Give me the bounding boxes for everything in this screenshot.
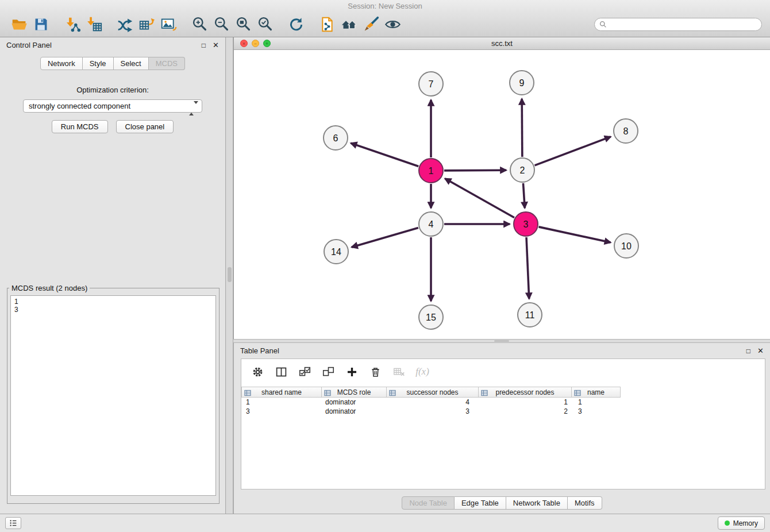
table-row[interactable]: 3 dominator 3 2 3 xyxy=(241,407,765,416)
column-header-predecessor-nodes[interactable]: predecessor nodes xyxy=(479,387,572,398)
graph-edge-3-11[interactable] xyxy=(526,237,529,299)
table-row[interactable]: 1 dominator 4 1 1 xyxy=(241,398,765,407)
splitter-grip[interactable] xyxy=(494,340,509,342)
export-image-button[interactable] xyxy=(157,14,179,34)
tab-mcds[interactable]: MCDS xyxy=(149,57,185,70)
column-header-mcds-role[interactable]: MCDS role xyxy=(322,387,387,398)
cell-name: 3 xyxy=(572,407,621,415)
add-column-button[interactable] xyxy=(345,365,359,379)
import-table-button[interactable] xyxy=(83,14,105,34)
float-panel-icon[interactable]: □ xyxy=(746,348,750,354)
zoom-selected-button[interactable] xyxy=(254,14,276,34)
toolbar-search[interactable] xyxy=(594,18,762,31)
trash-icon xyxy=(369,366,382,378)
function-builder-button[interactable]: f(x) xyxy=(415,365,429,379)
window-close-icon[interactable]: × xyxy=(240,40,248,47)
apply-style-button[interactable] xyxy=(360,14,382,34)
search-input[interactable] xyxy=(610,20,757,28)
memory-label: Memory xyxy=(733,519,758,527)
mcds-result-text[interactable]: 1 3 xyxy=(10,295,216,496)
export-table-icon xyxy=(138,16,155,33)
optimization-criterion-value: strongly connected component xyxy=(29,102,130,110)
graph-node-11[interactable]: 11 xyxy=(518,303,542,327)
zoom-out-button[interactable] xyxy=(210,14,232,34)
close-panel-button[interactable]: Close panel xyxy=(116,120,174,133)
vertical-splitter[interactable] xyxy=(226,37,233,514)
graph-node-7[interactable]: 7 xyxy=(419,72,443,96)
zoom-fit-button[interactable] xyxy=(232,14,254,34)
window-zoom-icon[interactable]: + xyxy=(263,40,271,47)
graph-edge-2-9[interactable] xyxy=(522,99,522,157)
home-network-button[interactable] xyxy=(338,14,360,34)
select-stepper-icon xyxy=(189,102,198,114)
graph-edge-3-10[interactable] xyxy=(538,227,610,242)
window-minimize-icon[interactable]: − xyxy=(252,40,259,47)
tab-select[interactable]: Select xyxy=(114,57,149,70)
graph-node-2[interactable]: 2 xyxy=(510,158,534,182)
select-all-icon xyxy=(299,366,311,378)
graph-edge-2-8[interactable] xyxy=(535,137,611,165)
graph-node-14[interactable]: 14 xyxy=(324,240,348,264)
zoom-in-button[interactable] xyxy=(188,14,210,34)
network-window-titlebar[interactable]: × − + scc.txt xyxy=(234,37,770,50)
table-settings-button[interactable] xyxy=(251,365,264,379)
deselect-all-button[interactable] xyxy=(321,365,335,379)
network-graph[interactable]: 7968124314101511 xyxy=(234,50,770,339)
status-bar: Memory xyxy=(0,514,770,532)
export-table-button[interactable] xyxy=(136,14,157,34)
column-type-icon xyxy=(244,390,251,396)
control-panel: Control Panel □ ✕ Network Style Select M… xyxy=(0,37,226,514)
float-panel-icon[interactable]: □ xyxy=(202,42,206,49)
save-session-button[interactable] xyxy=(30,14,52,34)
select-all-button[interactable] xyxy=(298,365,311,379)
task-history-button[interactable] xyxy=(5,517,21,529)
horizontal-splitter[interactable] xyxy=(233,339,770,343)
tab-node-table[interactable]: Node Table xyxy=(402,496,455,510)
memory-button[interactable]: Memory xyxy=(718,516,765,530)
show-columns-button[interactable] xyxy=(274,365,288,379)
graph-node-1[interactable]: 1 xyxy=(419,159,443,183)
window-titlebar[interactable]: Session: New Session xyxy=(0,0,770,12)
graph-edge-4-14[interactable] xyxy=(352,228,418,247)
graph-node-9[interactable]: 9 xyxy=(510,71,534,95)
column-header-name[interactable]: name xyxy=(572,387,621,398)
delete-column-button[interactable] xyxy=(368,365,382,379)
graph-node-15[interactable]: 15 xyxy=(419,305,443,329)
column-type-icon xyxy=(389,390,396,396)
apply-layout-button[interactable] xyxy=(285,14,307,34)
tab-style[interactable]: Style xyxy=(83,57,114,70)
graph-node-3[interactable]: 3 xyxy=(514,212,538,236)
cell-mcds-role: dominator xyxy=(322,407,387,415)
tab-network[interactable]: Network xyxy=(40,57,83,70)
import-network-button[interactable] xyxy=(61,14,83,34)
export-web-button[interactable] xyxy=(316,14,338,34)
export-network-button[interactable] xyxy=(114,14,136,34)
splitter-grip[interactable] xyxy=(228,267,232,282)
tab-motifs[interactable]: Motifs xyxy=(568,496,602,510)
graph-node-6[interactable]: 6 xyxy=(324,126,348,150)
svg-text:2: 2 xyxy=(520,165,525,175)
graph-edge-2-3[interactable] xyxy=(523,183,525,208)
close-panel-icon[interactable]: ✕ xyxy=(757,347,764,354)
column-header-shared-name[interactable]: shared name xyxy=(241,387,322,398)
open-session-button[interactable] xyxy=(8,14,30,34)
tab-edge-table[interactable]: Edge Table xyxy=(455,496,506,510)
optimization-criterion-select[interactable]: strongly connected component xyxy=(23,99,202,113)
column-header-successor-nodes[interactable]: successor nodes xyxy=(387,387,479,398)
graph-node-4[interactable]: 4 xyxy=(419,212,443,236)
toggle-visibility-button[interactable] xyxy=(382,14,403,34)
table-toolbar: f(x) xyxy=(241,359,765,384)
tab-network-table[interactable]: Network Table xyxy=(506,496,568,510)
svg-text:3: 3 xyxy=(523,219,529,229)
cell-predecessor-nodes: 1 xyxy=(479,398,572,406)
graph-edge-3-1[interactable] xyxy=(445,179,514,218)
network-canvas[interactable]: 7968124314101511 xyxy=(234,50,770,339)
graph-node-10[interactable]: 10 xyxy=(614,234,638,258)
run-mcds-button[interactable]: Run MCDS xyxy=(52,120,108,133)
graph-node-8[interactable]: 8 xyxy=(614,119,638,143)
graph-edge-1-6[interactable] xyxy=(351,143,418,166)
delete-table-button[interactable] xyxy=(392,365,406,379)
graph-edge-1-2[interactable] xyxy=(444,170,506,171)
cell-shared-name: 1 xyxy=(241,398,322,406)
close-panel-icon[interactable]: ✕ xyxy=(213,41,219,49)
